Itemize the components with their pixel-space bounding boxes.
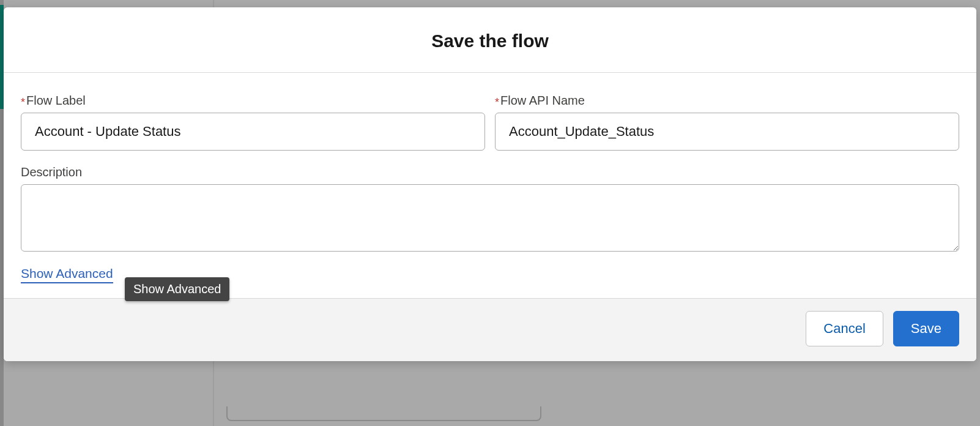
show-advanced-tooltip: Show Advanced [125,277,229,301]
description-label: Description [21,165,82,179]
save-flow-modal: Save the flow * Flow Label * Flow API Na… [4,7,976,361]
modal-footer: Cancel Save [4,298,976,361]
required-indicator-icon: * [495,97,499,108]
save-button[interactable]: Save [893,311,959,346]
flow-api-name-input[interactable] [495,113,959,151]
flow-api-name-label: Flow API Name [500,94,585,108]
required-indicator-icon: * [21,97,25,108]
description-input[interactable] [21,184,959,252]
modal-header: Save the flow [4,7,976,73]
flow-api-name-group: * Flow API Name [495,94,959,151]
flow-label-label-wrap: * Flow Label [21,94,485,108]
show-advanced-link[interactable]: Show Advanced [21,266,113,283]
description-group: Description [21,165,959,252]
flow-api-name-label-wrap: * Flow API Name [495,94,959,108]
flow-label-label: Flow Label [26,94,86,108]
background-partial-element [226,406,541,421]
modal-title: Save the flow [18,31,962,51]
modal-body: * Flow Label * Flow API Name Description… [4,73,976,298]
flow-label-input[interactable] [21,113,485,151]
description-label-wrap: Description [21,165,959,179]
flow-label-group: * Flow Label [21,94,485,151]
cancel-button[interactable]: Cancel [806,311,883,346]
field-row: * Flow Label * Flow API Name [21,94,959,151]
